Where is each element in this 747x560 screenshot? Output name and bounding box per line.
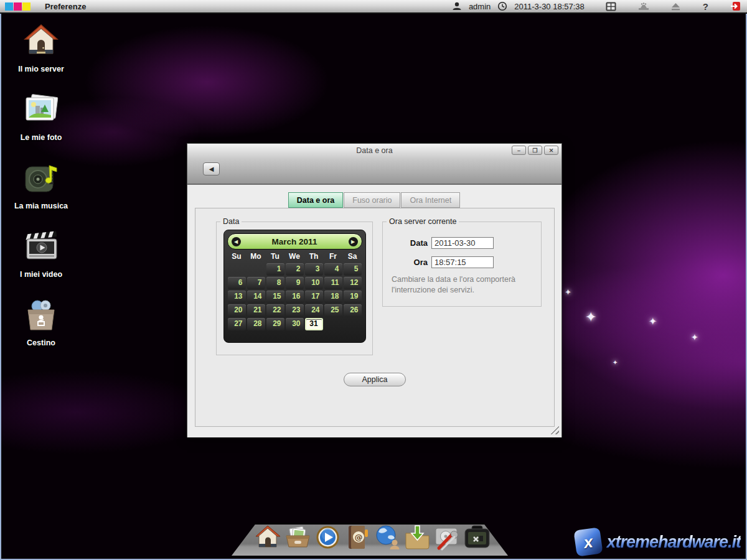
server-time-fieldset: Ora server corrente Data Ora Cambiare la… (382, 217, 542, 307)
watermark: x xtremehardware.it (575, 529, 741, 555)
calendar-day (228, 263, 246, 276)
dock-media-player-icon[interactable] (314, 523, 342, 551)
calendar-header: ◀ March 2011 ▶ (227, 233, 362, 250)
dock-downloads-icon[interactable] (403, 523, 431, 551)
logo-square-yellow (22, 2, 31, 11)
dock-network-icon[interactable] (374, 523, 402, 551)
photos-icon (22, 91, 60, 129)
calendar-day[interactable]: 7 (247, 277, 265, 289)
window-title: Data e ora (187, 146, 561, 155)
calendar-day[interactable]: 3 (305, 263, 323, 276)
logout-icon[interactable] (730, 1, 741, 12)
maximize-button[interactable]: ❐ (528, 146, 542, 155)
desktop-item-my-videos[interactable]: I miei video (7, 228, 75, 279)
windows-grid-icon[interactable] (606, 1, 617, 12)
calendar-day-selected[interactable]: 31 (305, 318, 323, 330)
calendar-widget: ◀ March 2011 ▶ Su Mo Tu We Th Fr Sa (223, 230, 366, 343)
weekday-label: We (285, 252, 304, 261)
desktop-item-my-photos[interactable]: Le mie foto (7, 91, 75, 142)
calendar-day[interactable]: 12 (344, 277, 362, 289)
calendar-day (344, 318, 362, 330)
calendar-day[interactable]: 30 (286, 318, 304, 330)
calendar-day[interactable]: 5 (344, 263, 362, 276)
calendar-day[interactable]: 14 (247, 291, 265, 303)
desktop-item-label: Le mie foto (7, 133, 75, 142)
tasks-icon[interactable] (638, 1, 649, 12)
calendar-day[interactable]: 27 (228, 318, 246, 330)
trash-icon (22, 296, 60, 335)
calendar-day[interactable]: 29 (266, 318, 284, 330)
calendar-day[interactable]: 10 (305, 277, 323, 289)
svg-text:@: @ (355, 533, 363, 542)
sparkle-decoration: ✦ (691, 332, 698, 342)
calendar-prev-icon[interactable]: ◀ (232, 237, 241, 246)
calendar-day[interactable]: 13 (228, 291, 246, 303)
calendar-day[interactable]: 23 (286, 304, 304, 317)
back-button[interactable]: ◀ (203, 162, 220, 175)
calendar-month-title: March 2011 (272, 237, 317, 246)
dock-disk-utility-icon[interactable] (433, 523, 461, 551)
calendar-day[interactable]: 15 (266, 291, 284, 303)
logo-square-blue (5, 2, 13, 11)
calendar-day[interactable]: 26 (344, 304, 362, 317)
time-field-label: Ora (393, 258, 428, 267)
calendar-grid: 1 2 3 4 5 6 7 8 9 10 11 12 13 14 (227, 263, 362, 331)
user-icon (451, 1, 463, 12)
dock-toolbox-icon[interactable] (463, 523, 491, 551)
apply-button[interactable]: Applica (344, 373, 406, 386)
window-content: Data e oraFuso orarioOra Internet Data ◀… (187, 186, 561, 437)
desktop-item-trash[interactable]: Cestino (7, 296, 75, 347)
clock-icon (497, 1, 508, 12)
watermark-text: xtremehardware.it (606, 533, 741, 552)
weekday-label: Fr (324, 252, 343, 261)
calendar-day[interactable]: 20 (228, 304, 246, 317)
calendar-day[interactable]: 4 (324, 263, 342, 276)
desktop-item-label: I miei video (7, 270, 75, 279)
weekday-label: Mo (247, 252, 266, 261)
calendar-next-icon[interactable]: ▶ (349, 237, 358, 246)
date-field[interactable] (431, 237, 494, 249)
date-fieldset: Data ◀ March 2011 ▶ Su Mo Tu We Th Fr (216, 217, 373, 355)
music-icon (22, 159, 60, 198)
calendar-day[interactable]: 11 (324, 277, 342, 289)
weekday-label: Tu (266, 252, 285, 261)
dock: @ (254, 523, 491, 551)
help-icon[interactable]: ? (703, 1, 708, 12)
calendar-day[interactable]: 24 (305, 304, 323, 317)
dock-contacts-icon[interactable]: @ (344, 523, 372, 551)
calendar-day[interactable]: 2 (286, 263, 304, 276)
time-field[interactable] (431, 256, 494, 268)
minimize-button[interactable]: – (512, 146, 526, 155)
calendar-day[interactable]: 8 (266, 277, 284, 289)
desktop-item-my-music[interactable]: La mia musica (7, 159, 75, 210)
eject-icon[interactable] (670, 1, 682, 12)
calendar-weekday-row: Su Mo Tu We Th Fr Sa (227, 252, 362, 261)
tab-internet-time[interactable]: Ora Internet (401, 192, 460, 208)
sparkle-decoration: ✦ (613, 359, 618, 366)
calendar-day[interactable]: 19 (344, 291, 362, 303)
calendar-day[interactable]: 16 (286, 291, 304, 303)
dock-home-icon[interactable] (254, 523, 282, 551)
calendar-day[interactable]: 21 (247, 304, 265, 317)
calendar-day[interactable]: 17 (305, 291, 323, 303)
app-logo (5, 2, 31, 11)
logged-in-user[interactable]: admin (469, 2, 491, 11)
date-time-window: Data e ora – ❐ ✕ ◀ Data e oraFuso orario… (187, 143, 562, 437)
desktop-item-my-server[interactable]: Il mio server (7, 22, 75, 73)
tab-timezone[interactable]: Fuso orario (344, 192, 400, 208)
calendar-day[interactable]: 1 (266, 263, 284, 276)
logo-letter: x (574, 527, 603, 556)
close-button[interactable]: ✕ (544, 146, 558, 155)
tab-date-time[interactable]: Data e ora (288, 192, 343, 208)
calendar-day[interactable]: 6 (228, 277, 246, 289)
calendar-day[interactable]: 22 (266, 304, 284, 317)
date-legend: Data (220, 217, 242, 226)
window-header[interactable]: Data e ora – ❐ ✕ ◀ (187, 144, 561, 185)
calendar-day[interactable]: 28 (247, 318, 265, 330)
calendar-day[interactable]: 9 (286, 277, 304, 289)
calendar-day[interactable]: 18 (324, 291, 342, 303)
menubar-title: Preferenze (45, 2, 86, 11)
sparkle-decoration: ✦ (649, 315, 657, 327)
calendar-day[interactable]: 25 (324, 304, 342, 317)
dock-photos-icon[interactable] (284, 523, 312, 551)
